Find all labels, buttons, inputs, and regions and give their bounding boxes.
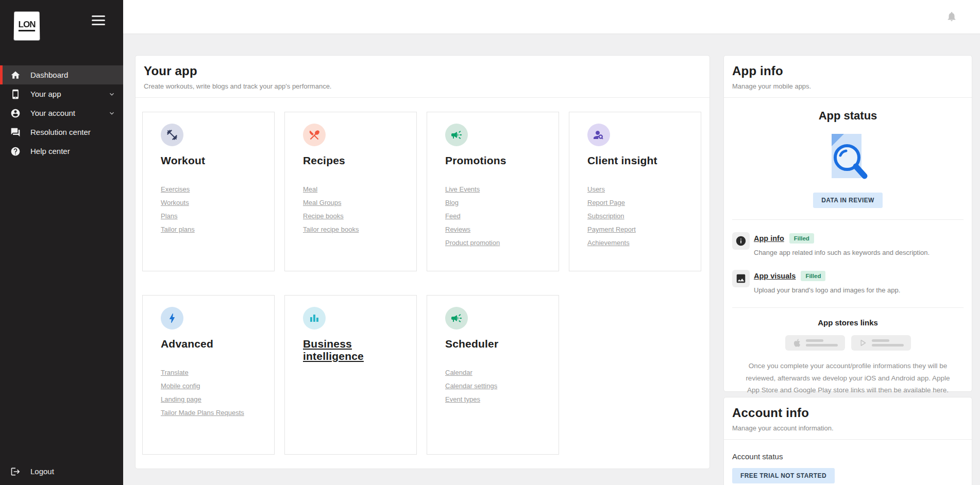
card-link[interactable]: Calendar (445, 369, 549, 376)
account-status-block: Account status FREE TRIAL NOT STARTED (724, 440, 972, 485)
brand-logo[interactable]: LON (14, 12, 40, 41)
card-title: Advanced (161, 338, 265, 350)
card-links: Users Report Page Subscription Payment R… (587, 185, 691, 247)
info-icon (732, 232, 750, 250)
sidebar-item-label: Dashboard (30, 71, 68, 79)
logout-label: Logout (30, 467, 54, 476)
image-icon (732, 270, 750, 287)
account-circle-icon (10, 108, 21, 118)
card-link[interactable]: Landing page (161, 395, 265, 403)
card-title: Client insight (587, 154, 691, 167)
sidebar-item-dashboard[interactable]: Dashboard (0, 65, 123, 84)
card-title: Promotions (445, 154, 549, 167)
card-client-insight: Client insight Users Report Page Subscri… (569, 112, 701, 271)
filled-badge: Filled (789, 233, 814, 244)
card-links: Exercises Workouts Plans Tailor plans (161, 185, 265, 233)
card-recipes: Recipes Meal Meal Groups Recipe books Ta… (284, 112, 417, 271)
store-badges (739, 335, 956, 351)
logout-button[interactable]: Logout (0, 462, 123, 481)
sidebar-item-label: Help center (30, 147, 70, 155)
app-info-row: App info Filled Change app related info … (732, 232, 964, 256)
account-status-badge: FREE TRIAL NOT STARTED (732, 468, 835, 483)
chevron-down-icon (108, 90, 116, 98)
app-visuals-row: App visuals Filled Upload your brand's l… (732, 270, 964, 294)
sidebar-item-resolution-center[interactable]: Resolution center (0, 123, 123, 142)
card-title: Workout (161, 154, 265, 167)
card-advanced: Advanced Translate Mobile config Landing… (142, 295, 275, 455)
hamburger-menu-icon[interactable] (92, 15, 105, 25)
google-play-placeholder (851, 335, 911, 351)
card-link[interactable]: Product promotion (445, 239, 549, 247)
card-link[interactable]: Workouts (161, 199, 265, 206)
sidebar: LON Dashboard Your app Your account R (0, 0, 123, 485)
sidebar-item-your-account[interactable]: Your account (0, 103, 123, 123)
account-info-subtitle: Manage your account information. (732, 424, 964, 432)
app-info-link[interactable]: App info (754, 234, 784, 242)
app-info-title: App info (732, 64, 964, 78)
card-title: Scheduler (445, 338, 549, 350)
card-link[interactable]: Tailor plans (161, 226, 265, 233)
help-icon (10, 146, 21, 157)
card-workout: Workout Exercises Workouts Plans Tailor … (142, 112, 275, 271)
card-link[interactable]: Reviews (445, 226, 549, 233)
card-link[interactable]: Report Page (587, 199, 691, 206)
document-review-illustration (822, 132, 874, 185)
sidebar-item-label: Your app (30, 90, 61, 98)
app-status-block: App status DATA IN REVIEW (724, 98, 972, 220)
bell-icon[interactable] (946, 10, 957, 23)
sidebar-item-label: Your account (30, 109, 75, 117)
card-title: Recipes (303, 154, 407, 167)
card-link[interactable]: Meal Groups (303, 199, 407, 206)
card-links: Live Events Blog Feed Reviews Product pr… (445, 185, 549, 247)
card-link[interactable]: Tailor recipe books (303, 226, 407, 233)
page-subtitle: Create workouts, write blogs and track y… (144, 82, 701, 90)
bar-chart-icon (303, 307, 326, 330)
card-links: Calendar Calendar settings Event types (445, 369, 549, 403)
card-link[interactable]: Exercises (161, 185, 265, 193)
card-link[interactable]: Tailor Made Plans Requests (161, 409, 265, 417)
card-title-link[interactable]: Business intelligence (303, 338, 407, 362)
card-link[interactable]: Achievements (587, 239, 691, 247)
card-link[interactable]: Calendar settings (445, 382, 549, 390)
app-info-subtitle: Manage your mobile apps. (732, 82, 964, 90)
card-link[interactable]: Event types (445, 395, 549, 403)
card-link[interactable]: Meal (303, 185, 407, 193)
app-status-heading: App status (732, 109, 964, 123)
chevron-down-icon (108, 109, 116, 117)
person-search-icon (587, 124, 610, 146)
feature-cards-grid: Workout Exercises Workouts Plans Tailor … (136, 98, 709, 455)
card-link[interactable]: Payment Report (587, 226, 691, 233)
card-link[interactable]: Blog (445, 199, 549, 206)
your-app-panel: Your app Create workouts, write blogs an… (135, 55, 710, 469)
card-link[interactable]: Feed (445, 212, 549, 220)
card-link[interactable]: Recipe books (303, 212, 407, 220)
filled-badge: Filled (801, 271, 825, 281)
brand-logo-text: LON (18, 20, 35, 31)
card-link[interactable]: Translate (161, 369, 265, 376)
card-link[interactable]: Subscription (587, 212, 691, 220)
sidebar-nav: Dashboard Your app Your account Resoluti… (0, 65, 123, 161)
dumbbell-icon (161, 124, 183, 146)
sidebar-item-your-app[interactable]: Your app (0, 84, 123, 103)
app-visuals-row-description: Upload your brand's logo and images for … (754, 286, 900, 294)
chat-icon (10, 127, 21, 137)
card-link[interactable]: Mobile config (161, 382, 265, 390)
store-placeholder-lines (806, 339, 838, 347)
card-promotions: Promotions Live Events Blog Feed Reviews… (427, 112, 559, 271)
app-stores-heading: App stores links (739, 318, 956, 327)
cutlery-icon (303, 124, 326, 146)
card-link[interactable]: Users (587, 185, 691, 193)
card-link[interactable]: Plans (161, 212, 265, 220)
app-visuals-link[interactable]: App visuals (754, 272, 796, 280)
megaphone-icon (445, 307, 468, 330)
card-links: Translate Mobile config Landing page Tai… (161, 369, 265, 417)
card-link[interactable]: Live Events (445, 185, 549, 193)
account-info-panel: Account info Manage your account informa… (723, 397, 972, 485)
app-info-panel: App info Manage your mobile apps. App st… (723, 55, 972, 392)
home-icon (10, 70, 21, 80)
app-stores-note: Once you complete your account/profile i… (739, 360, 956, 396)
sidebar-item-help-center[interactable]: Help center (0, 142, 123, 161)
app-status-badge: DATA IN REVIEW (813, 193, 883, 208)
your-app-panel-header: Your app Create workouts, write blogs an… (136, 56, 709, 98)
account-info-header: Account info Manage your account informa… (724, 397, 972, 440)
